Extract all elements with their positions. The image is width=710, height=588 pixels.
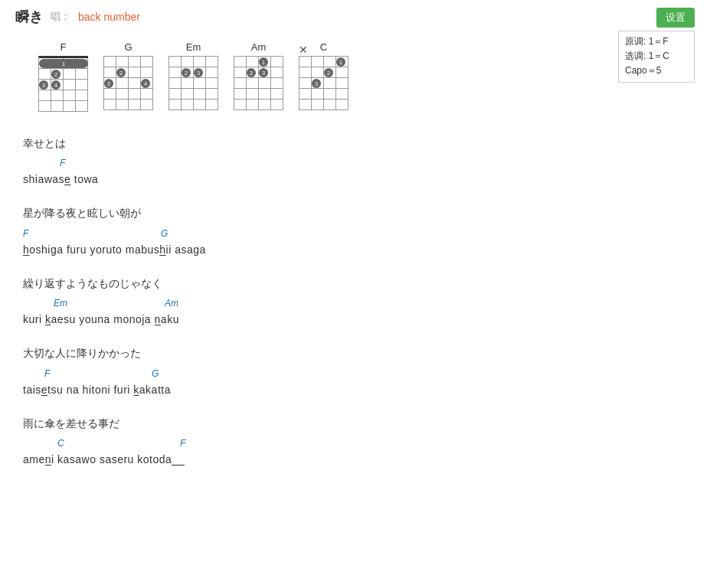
chord-F-1: F [60, 158, 65, 168]
chord-C-5: C [57, 438, 64, 449]
chord-F-2: F [23, 228, 28, 239]
chord-G-4: G [152, 368, 159, 379]
verse-5-cl: C F ameni kasawo saseru kotoda__ [23, 438, 695, 466]
verse-3-cl: Em Am kuri kaesu youna monoja naku [23, 298, 695, 325]
chord-Am-3: Am [165, 298, 178, 309]
lyric-3: kuri kaesu youna monoja naku [23, 313, 695, 325]
chord-Am-label: Am [251, 41, 267, 53]
verse-4: 大切な人に降りかかった F G taisetsu na hitoni furi … [23, 345, 695, 395]
chord-F-4: F [44, 368, 50, 379]
lyric-2: hoshiga furu yoruto mabushii asaga [23, 243, 695, 256]
chord-F-5: F [180, 438, 185, 449]
verse-1-chords: F [23, 158, 695, 173]
chord-C: C ✕ 1 2 3 [299, 41, 348, 110]
verse-3: 繰り返すようなものじゃなく Em Am kuri kaesu youna mon… [23, 275, 695, 325]
original-key: 原调: 1＝F [625, 34, 688, 49]
x-mark: ✕ [299, 44, 308, 56]
japanese-line-1: 幸せとは [23, 135, 695, 152]
verse-3-chords: Em Am [23, 298, 695, 313]
chord-G: G 2 4 3 [103, 41, 153, 110]
lyric-1: shiawase towa [23, 173, 695, 185]
verse-2-chords: F G [23, 228, 695, 243]
chord-Em: Em 2 3 [169, 41, 218, 110]
verse-4-cl: F G taisetsu na hitoni furi kakatta [23, 368, 695, 396]
verse-4-chords: F G [23, 368, 695, 384]
japanese-line-4: 大切な人に降りかかった [23, 345, 695, 361]
chord-Em-3: Em [54, 298, 67, 309]
japanese-line-5: 雨に傘を差せる事だ [23, 415, 695, 432]
lyric-4: taisetsu na hitoni furi kakatta [23, 384, 695, 396]
lyrics-section: 幸せとは F shiawase towa 星が降る夜と眩しい朝が F G hos… [23, 135, 695, 466]
selected-key: 选调: 1＝C [625, 49, 688, 64]
chord-diagrams: F 1 2 3 4 [38, 41, 695, 112]
song-title: 瞬き [15, 8, 43, 26]
chord-G-2: G [161, 228, 168, 239]
artist-name: back number [78, 11, 140, 23]
key-info-box: 原调: 1＝F 选调: 1＝C Capo＝5 [618, 31, 695, 83]
chord-Em-label: Em [186, 41, 201, 53]
chord-C-label: C [320, 41, 327, 53]
verse-2-cl: F G hoshiga furu yoruto mabushii asaga [23, 228, 695, 256]
lyric-5: ameni kasawo saseru kotoda__ [23, 453, 695, 466]
chord-Am: Am 1 2 3 [234, 41, 283, 110]
settings-button[interactable]: 设置 [656, 8, 695, 28]
artist-label: 唱： [51, 10, 70, 24]
verse-1: 幸せとは F shiawase towa [23, 135, 695, 185]
verse-5: 雨に傘を差せる事だ C F ameni kasawo saseru kotoda… [23, 415, 695, 466]
chord-F-label: F [61, 41, 67, 53]
japanese-line-3: 繰り返すようなものじゃなく [23, 275, 695, 292]
verse-1-cl: F shiawase towa [23, 158, 695, 185]
chord-G-label: G [124, 41, 132, 53]
japanese-line-2: 星が降る夜と眩しい朝が [23, 204, 695, 221]
verse-2: 星が降る夜と眩しい朝が F G hoshiga furu yoruto mabu… [23, 204, 695, 255]
verse-5-chords: C F [23, 438, 695, 453]
chord-F: F 1 2 3 4 [38, 41, 88, 112]
capo-info: Capo＝5 [625, 64, 688, 78]
page-header: 瞬き 唱： back number 设置 [15, 8, 695, 26]
